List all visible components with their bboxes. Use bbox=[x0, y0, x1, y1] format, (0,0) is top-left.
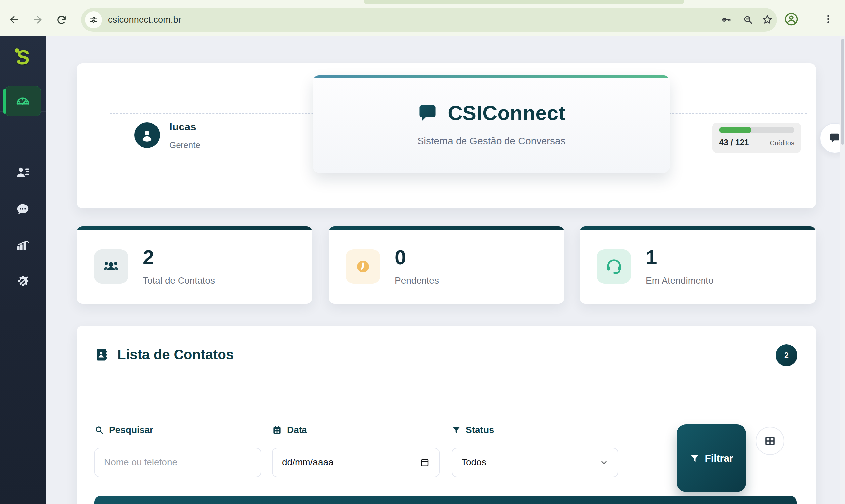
sidebar-item-dashboard[interactable] bbox=[5, 86, 41, 116]
app-logo: S bbox=[0, 43, 46, 71]
stat-card-total: 2 Total de Contatos bbox=[77, 226, 312, 304]
user-role: Gerente bbox=[169, 140, 200, 150]
users-icon bbox=[94, 249, 128, 284]
funnel-icon bbox=[690, 453, 700, 463]
stat-card-in-service: 1 Em Atendimento bbox=[580, 226, 816, 304]
stat-label-pending: Pendentes bbox=[395, 275, 439, 286]
address-bar[interactable]: csiconnect.com.br bbox=[81, 8, 777, 32]
stat-card-pending: 0 Pendentes bbox=[329, 226, 564, 304]
screen: csiconnect.com.br S bbox=[0, 0, 845, 504]
gauge-icon bbox=[14, 92, 31, 110]
status-select[interactable]: Todos bbox=[452, 448, 618, 477]
filter-button[interactable]: Filtrar bbox=[677, 425, 746, 492]
credits-count: 43 / 121 bbox=[719, 138, 749, 147]
app-chat-icon bbox=[417, 103, 438, 123]
bookmark-star-icon[interactable] bbox=[759, 12, 775, 28]
credits-label: Créditos bbox=[770, 139, 794, 147]
page-scrollbar[interactable] bbox=[840, 36, 845, 504]
date-value: dd/mm/aaaa bbox=[282, 457, 333, 468]
search-field[interactable] bbox=[94, 448, 261, 477]
credits-progress-track bbox=[719, 127, 794, 133]
url-text[interactable]: csiconnect.com.br bbox=[108, 8, 181, 32]
main-content: lucas Gerente CSIConnect Sistema de Gest… bbox=[46, 36, 840, 504]
active-indicator bbox=[3, 89, 6, 114]
brand-accent-bar bbox=[313, 75, 670, 78]
forward-icon[interactable] bbox=[29, 11, 46, 29]
brand-card: CSIConnect Sistema de Gestão de Conversa… bbox=[313, 75, 670, 173]
chat-bubble-icon bbox=[15, 202, 30, 217]
status-value: Todos bbox=[462, 457, 486, 468]
contacts-card: Lista de Contatos 2 Pesquisar Data bbox=[77, 326, 816, 504]
user-name: lucas bbox=[169, 121, 196, 133]
contacts-title: Lista de Contatos bbox=[117, 347, 234, 363]
stat-value-in-service: 1 bbox=[646, 247, 713, 268]
reload-icon[interactable] bbox=[53, 11, 70, 29]
date-label: Data bbox=[272, 425, 307, 435]
chevron-down-icon bbox=[600, 458, 608, 467]
site-settings-icon[interactable] bbox=[85, 11, 102, 29]
header-card: lucas Gerente CSIConnect Sistema de Gest… bbox=[77, 64, 816, 209]
table-view-toggle[interactable] bbox=[756, 427, 784, 455]
status-label: Status bbox=[452, 425, 494, 435]
stat-label-in-service: Em Atendimento bbox=[646, 275, 713, 286]
profile-icon[interactable] bbox=[782, 10, 801, 29]
credits-widget: 43 / 121 Créditos bbox=[712, 123, 801, 153]
avatar bbox=[134, 122, 160, 148]
address-book-icon bbox=[94, 347, 109, 362]
zoom-out-icon[interactable] bbox=[740, 12, 756, 28]
search-input[interactable] bbox=[104, 457, 251, 468]
search-icon bbox=[94, 425, 104, 435]
date-field[interactable]: dd/mm/aaaa bbox=[272, 448, 440, 477]
contacts-table-header: C... Nome Telefone Atendente Mensagem Da… bbox=[94, 496, 797, 504]
filter-funnel-icon bbox=[452, 426, 461, 435]
stat-value-total: 2 bbox=[143, 247, 215, 268]
headset-icon bbox=[597, 249, 631, 284]
stat-label-total: Total de Contatos bbox=[143, 275, 215, 286]
contacts-count-badge: 2 bbox=[776, 344, 797, 366]
browser-toolbar: csiconnect.com.br bbox=[0, 0, 845, 36]
credits-progress-fill bbox=[719, 127, 752, 133]
gear-icon bbox=[15, 274, 30, 289]
calendar-icon bbox=[272, 425, 282, 435]
menu-dots-icon[interactable] bbox=[819, 10, 838, 29]
user-list-icon bbox=[15, 165, 30, 180]
title-divider bbox=[94, 412, 798, 412]
sidebar-item-reports[interactable] bbox=[5, 231, 41, 261]
date-picker-icon[interactable] bbox=[420, 457, 430, 467]
clock-icon bbox=[346, 249, 380, 284]
sidebar: S bbox=[0, 36, 46, 504]
sidebar-item-settings[interactable] bbox=[5, 266, 41, 296]
tab-strip bbox=[364, 0, 684, 4]
app-subtitle: Sistema de Gestão de Conversas bbox=[313, 136, 670, 147]
bar-chart-icon bbox=[15, 238, 30, 253]
app-title: CSIConnect bbox=[448, 101, 565, 125]
search-label: Pesquisar bbox=[94, 425, 153, 435]
sidebar-item-conversations[interactable] bbox=[5, 195, 41, 225]
back-icon[interactable] bbox=[5, 11, 22, 29]
sidebar-item-contacts[interactable] bbox=[5, 157, 41, 187]
scrollbar-thumb[interactable] bbox=[841, 39, 844, 145]
stat-value-pending: 0 bbox=[395, 247, 439, 268]
password-key-icon[interactable] bbox=[718, 12, 734, 28]
